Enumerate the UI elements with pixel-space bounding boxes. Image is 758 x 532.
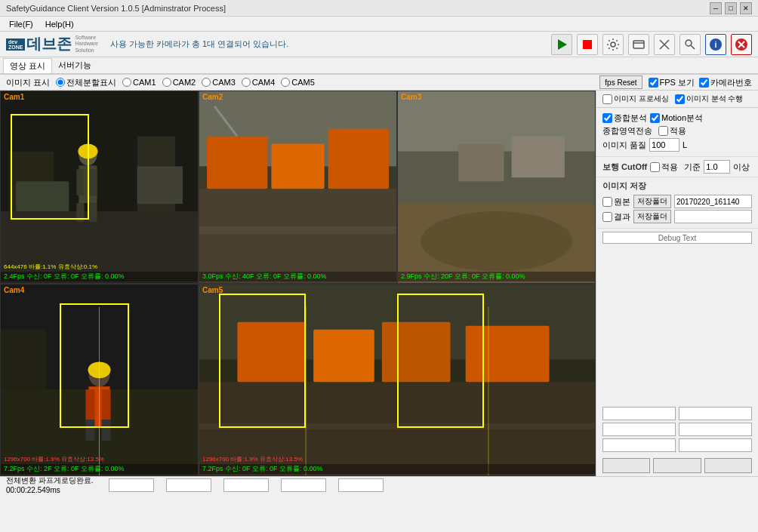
- cam2-cell[interactable]: Cam2 3.0Fps 수신: 40F 오류: 0F 오류률: 0.00%: [199, 91, 397, 284]
- original-path-input[interactable]: [674, 195, 752, 208]
- minimize-button[interactable]: ─: [710, 2, 722, 14]
- cutoff-value-input[interactable]: [704, 160, 730, 174]
- logo-area: devZONE 데브존 Software Hardware Solution: [6, 34, 98, 54]
- controls-row: 이미지 표시 전체분할표시 CAM1 CAM2 CAM3 CAM4 CAM5 f…: [0, 74, 758, 91]
- original-save-check[interactable]: 원본: [602, 196, 630, 208]
- original-folder-button[interactable]: 저장폴더: [633, 195, 671, 208]
- settings2-button[interactable]: [628, 34, 649, 55]
- window-controls[interactable]: ─ □ ✕: [710, 2, 752, 14]
- cam4-cell[interactable]: Cam4 1296x700 바률:1.9% 유효삭상:13.5% 7.2Fps …: [0, 284, 199, 477]
- svg-line-8: [691, 45, 695, 49]
- svg-rect-34: [199, 226, 396, 234]
- rp-cell-2-1: [602, 423, 676, 436]
- image-analysis-check[interactable]: 이미지 분석 수행: [675, 94, 744, 104]
- close-button[interactable]: ✕: [740, 2, 752, 14]
- save-section-title: 이미지 저장: [602, 180, 752, 192]
- radio-cam3[interactable]: CAM3: [202, 78, 236, 87]
- svg-rect-26: [137, 166, 183, 204]
- play-button[interactable]: [551, 34, 572, 55]
- cam3-feed: [398, 91, 595, 283]
- rp-btn-2[interactable]: [653, 458, 701, 473]
- rp-spacer: [596, 247, 758, 404]
- cutoff-apply-check[interactable]: 적용: [650, 161, 678, 173]
- info-button[interactable]: i: [705, 34, 726, 55]
- svg-rect-3: [633, 41, 644, 48]
- tab-area: 영상 표시 서버기능: [0, 57, 758, 74]
- rp-cell-2-2: [679, 423, 752, 436]
- radio-cam5[interactable]: CAM5: [281, 78, 315, 87]
- cam5-detection-box2: [397, 294, 484, 427]
- cam3-cell[interactable]: Cam3 2.9Fps 수신: 20F 오류: 0F 오류률: 0.00%: [397, 91, 596, 284]
- result-save-check[interactable]: 결과: [602, 211, 630, 223]
- rp-analysis-section: 종합분석 Motion분석 종합영역전송 적용 이미지 품질 L: [596, 108, 758, 157]
- analysis-checkboxes: 종합분석 Motion분석: [602, 112, 752, 124]
- tab-image-display[interactable]: 영상 표시: [3, 58, 52, 73]
- radio-cam4[interactable]: CAM4: [242, 78, 276, 87]
- cam4-status: 7.2Fps 수신: 2F 오류: 0F 오류률: 0.00%: [1, 464, 198, 474]
- rp-cell-1-1: [602, 407, 676, 420]
- radio-cam1[interactable]: CAM1: [122, 78, 156, 87]
- radio-all-input[interactable]: [56, 78, 65, 87]
- status-field-5: [338, 478, 384, 492]
- rp-btn-3[interactable]: [704, 458, 752, 473]
- cam2-status: 3.0Fps 수신: 40F 오류: 0F 오류률: 0.00%: [199, 272, 396, 281]
- fps-reset-button[interactable]: fps Reset: [599, 75, 642, 89]
- svg-rect-31: [271, 144, 324, 189]
- cam4-detection-box: [60, 303, 128, 428]
- radio-all-view[interactable]: 전체분할표시: [56, 77, 116, 88]
- result-folder-button[interactable]: 저장폴더: [633, 210, 671, 223]
- cam3-status: 2.9Fps 수신: 20F 오류: 0F 오류률: 0.00%: [398, 272, 595, 281]
- quality-row: 이미지 품질 L: [602, 138, 752, 152]
- cam2-label: Cam2: [202, 93, 223, 101]
- tab-server-function[interactable]: 서버기능: [52, 58, 97, 72]
- motion-analysis-check[interactable]: Motion분석: [650, 112, 703, 124]
- svg-rect-38: [458, 144, 504, 182]
- exit-button[interactable]: [731, 34, 752, 55]
- status-bar: 전체변환 파프게로딩완료. 00:00:22.549ms: [0, 476, 758, 493]
- combine-analysis-check[interactable]: 종합분석: [602, 112, 647, 124]
- svg-rect-32: [328, 129, 389, 189]
- cam2-scene: [199, 91, 396, 283]
- maximize-button[interactable]: □: [725, 2, 737, 14]
- fps-show-check[interactable]: FPS 보기: [649, 77, 695, 88]
- menu-file[interactable]: File(F): [3, 18, 39, 30]
- menu-help[interactable]: Help(H): [39, 18, 80, 30]
- rp-cutoff-section: 보행 CutOff 적용 기준 이상: [596, 157, 758, 177]
- camera-num-check[interactable]: 카메라번호: [699, 77, 752, 88]
- search-button[interactable]: [679, 34, 701, 55]
- settings1-button[interactable]: [602, 34, 624, 55]
- rp-btn-1[interactable]: [602, 458, 650, 473]
- camera-notice: 사용 가능한 카메라가 총 1대 연결되어 있습니다.: [110, 38, 289, 50]
- broadcast-apply-check[interactable]: 적용: [658, 125, 686, 137]
- result-save-row: 결과 저장폴더: [602, 210, 752, 223]
- rp-grid-row-3: [602, 438, 752, 452]
- cam2-feed: [199, 91, 396, 283]
- view-radios: 이미지 표시 전체분할표시 CAM1 CAM2 CAM3 CAM4 CAM5: [6, 77, 315, 88]
- toolbar: i: [551, 34, 752, 55]
- title-bar: SafetyGuidance Client Version 1.0.5 [Adm…: [0, 0, 758, 17]
- cam4-info: 1296x700 바률:1.9% 유효삭상:13.5%: [4, 455, 104, 463]
- status-field-3: [223, 478, 269, 492]
- rp-cell-1-2: [679, 407, 752, 420]
- cut-button[interactable]: [654, 34, 675, 55]
- radio-cam2[interactable]: CAM2: [162, 78, 196, 87]
- image-process-check[interactable]: 이미지 프로세싱: [602, 94, 669, 104]
- status-field-4: [281, 478, 326, 492]
- cam5-cell[interactable]: Cam5 1296x700 바률:1.9% 유효삭상:13.5% 7.2Fps …: [199, 284, 596, 477]
- cam5-label: Cam5: [202, 286, 223, 294]
- logo-dev: devZONE: [6, 38, 25, 51]
- stop-button[interactable]: [577, 34, 598, 55]
- svg-rect-43: [1, 329, 46, 389]
- status-field-2: [166, 478, 211, 492]
- logo-subtitle: Software Hardware Solution: [75, 35, 97, 54]
- image-display-label: 이미지 표시: [6, 77, 50, 88]
- main-content: Cam1 644x476 바률:1.1% 유효삭상:0.1% 2.4Fps 수신…: [0, 91, 758, 476]
- rp-debug-section: Debug Text: [596, 229, 758, 247]
- camera-grid: Cam1 644x476 바률:1.1% 유효삭상:0.1% 2.4Fps 수신…: [0, 91, 596, 476]
- cam1-cell[interactable]: Cam1 644x476 바률:1.1% 유효삭상:0.1% 2.4Fps 수신…: [0, 91, 199, 284]
- quality-input[interactable]: [649, 138, 679, 152]
- result-path-input[interactable]: [674, 210, 752, 223]
- debug-text-area: Debug Text: [602, 232, 752, 244]
- rp-save-section: 이미지 저장 원본 저장폴더 결과 저장폴더: [596, 177, 758, 229]
- logo-korean: 데브존: [26, 34, 72, 54]
